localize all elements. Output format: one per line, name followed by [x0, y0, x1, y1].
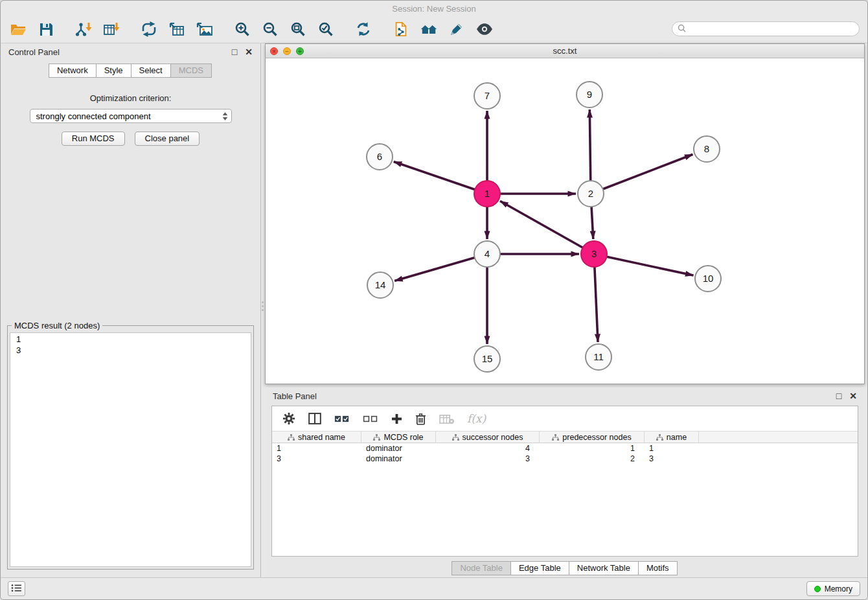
toolbar-icon-group [8, 19, 503, 39]
unselect-all-rows-button[interactable] [363, 415, 378, 423]
column-header-label: name [667, 433, 687, 442]
column-header-successor-nodes[interactable]: successor nodes [436, 432, 540, 443]
svg-text:11: 11 [593, 351, 604, 362]
table-tab-network-table[interactable]: Network Table [569, 561, 639, 575]
add-column-button[interactable] [391, 413, 402, 424]
graph-node-1[interactable]: 1 [474, 181, 500, 207]
zoom-window-icon[interactable]: + [296, 47, 304, 55]
import-network-icon [75, 21, 92, 37]
table-settings-button[interactable] [282, 412, 295, 425]
memory-button-label: Memory [825, 584, 852, 594]
table-cell: 4 [436, 444, 540, 453]
float-icon[interactable]: □ [836, 391, 841, 400]
graph-edge-4-14[interactable] [394, 254, 487, 281]
add-column-icon [391, 413, 402, 424]
show-hide-details-button[interactable] [475, 19, 494, 39]
graph-node-3[interactable]: 3 [581, 241, 607, 267]
graph-node-6[interactable]: 6 [367, 144, 393, 170]
graph-node-2[interactable]: 2 [578, 181, 604, 207]
zoom-selected-icon [317, 21, 334, 37]
delete-column-button[interactable] [415, 413, 426, 425]
search-field[interactable] [672, 21, 860, 36]
graph-node-14[interactable]: 14 [367, 272, 393, 298]
tab-style[interactable]: Style [96, 63, 131, 78]
zoom-fit-button[interactable] [288, 19, 308, 39]
split-columns-icon [308, 413, 321, 424]
export-image-button[interactable] [195, 19, 214, 39]
control-panel-header: Control Panel □ ✕ [1, 43, 260, 60]
minimize-window-icon[interactable]: − [283, 47, 291, 55]
control-panel-title: Control Panel [8, 47, 60, 57]
graph-edge-3-1[interactable] [500, 201, 594, 254]
table-toolbar: f(x) [272, 406, 858, 431]
graph-node-7[interactable]: 7 [474, 83, 500, 109]
criterion-select[interactable]: strongly connected component [30, 109, 232, 123]
new-network-from-selection-button[interactable] [391, 19, 411, 39]
mcds-result-group: MCDS result (2 nodes) 13 [7, 321, 254, 570]
first-neighbors-icon [420, 21, 437, 37]
table-row[interactable]: 1dominator411 [272, 443, 858, 454]
svg-text:3: 3 [591, 248, 597, 259]
table-cell: dominator [361, 454, 436, 463]
table-cell: dominator [361, 444, 436, 453]
graph-edge-3-10[interactable] [594, 254, 694, 275]
save-session-button[interactable] [36, 19, 56, 39]
run-mcds-button[interactable]: Run MCDS [62, 132, 125, 146]
window-titlebar: Session: New Session [1, 1, 867, 15]
panel-divider-grip[interactable] [260, 297, 265, 314]
export-network-button[interactable] [139, 19, 159, 39]
import-table-button[interactable] [102, 19, 121, 39]
close-window-icon[interactable]: × [270, 47, 278, 55]
column-header-shared-name[interactable]: shared name [272, 432, 361, 443]
graph-node-9[interactable]: 9 [577, 82, 602, 108]
svg-text:14: 14 [375, 279, 386, 290]
network-window-titlebar[interactable]: scc.txt ×−+ [266, 44, 864, 58]
zoom-selected-button[interactable] [316, 19, 336, 39]
graph-edge-2-8[interactable] [591, 154, 693, 194]
table-tab-edge-table[interactable]: Edge Table [510, 561, 569, 575]
close-icon[interactable]: ✕ [849, 391, 857, 400]
tab-select[interactable]: Select [131, 63, 171, 78]
graph-node-4[interactable]: 4 [474, 241, 500, 267]
criterion-selected-value: strongly connected component [36, 111, 151, 121]
export-table-button[interactable] [167, 19, 187, 39]
column-header-predecessor-nodes[interactable]: predecessor nodes [540, 432, 645, 443]
select-all-rows-button[interactable] [334, 415, 350, 423]
zoom-in-button[interactable] [233, 19, 252, 39]
mcds-result-list[interactable]: 13 [10, 332, 251, 567]
network-window-title: scc.txt [266, 46, 864, 56]
apply-layout-button[interactable] [354, 19, 373, 39]
graph-node-15[interactable]: 15 [474, 346, 500, 372]
function-builder-button: f(x) [467, 412, 486, 425]
tab-network[interactable]: Network [49, 63, 97, 78]
zoom-out-button[interactable] [260, 19, 280, 39]
open-session-button[interactable] [8, 19, 28, 39]
table-tab-motifs[interactable]: Motifs [638, 561, 678, 575]
column-header-label: successor nodes [463, 433, 523, 442]
import-network-button[interactable] [74, 19, 93, 39]
panel-menu-button[interactable] [8, 581, 25, 596]
split-columns-button[interactable] [308, 413, 321, 424]
graph-node-8[interactable]: 8 [694, 136, 720, 162]
float-icon[interactable]: □ [232, 47, 237, 56]
column-header-name[interactable]: name [645, 432, 699, 443]
table-row[interactable]: 3dominator323 [272, 454, 858, 464]
close-icon[interactable]: ✕ [245, 47, 253, 56]
graph-node-10[interactable]: 10 [695, 266, 721, 292]
graph-edge-1-6[interactable] [394, 162, 487, 194]
tab-mcds[interactable]: MCDS [170, 63, 212, 78]
unselect-all-rows-icon [363, 415, 378, 423]
first-neighbors-button[interactable] [419, 19, 439, 39]
table-panel-header: Table Panel □ ✕ [265, 387, 865, 404]
search-input[interactable] [689, 24, 854, 34]
table-panel-title: Table Panel [273, 391, 317, 401]
optimization-criterion-label: Optimization criterion: [1, 93, 260, 103]
close-panel-button[interactable]: Close panel [135, 132, 200, 146]
graph-node-11[interactable]: 11 [586, 344, 611, 370]
column-header-mcds-role[interactable]: MCDS role [361, 432, 436, 443]
set-visual-style-button[interactable] [447, 19, 466, 39]
table-tab-node-table[interactable]: Node Table [451, 561, 511, 575]
memory-button[interactable]: Memory [806, 581, 860, 596]
network-canvas[interactable]: 7968124314101511 [266, 58, 864, 384]
table-cell: 3 [436, 454, 540, 463]
